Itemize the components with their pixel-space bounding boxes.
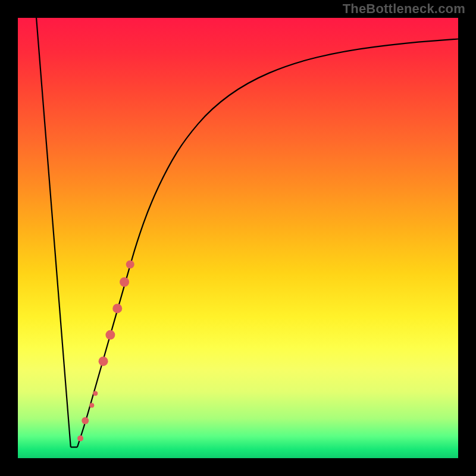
curve-left-leg bbox=[36, 18, 71, 447]
marker-point bbox=[82, 417, 89, 424]
marker-point bbox=[89, 403, 94, 408]
marker-point bbox=[120, 277, 129, 287]
curve-right-leg bbox=[77, 39, 458, 447]
marker-point bbox=[112, 303, 122, 313]
plot-area bbox=[18, 18, 458, 458]
chart-overlay bbox=[18, 18, 458, 458]
marker-point bbox=[105, 330, 115, 340]
marker-point bbox=[126, 260, 134, 268]
marker-point bbox=[93, 391, 98, 396]
marker-point bbox=[99, 356, 108, 366]
watermark-label: TheBottleneck.com bbox=[343, 1, 465, 17]
marker-point bbox=[77, 436, 83, 441]
curve-group bbox=[36, 18, 458, 447]
